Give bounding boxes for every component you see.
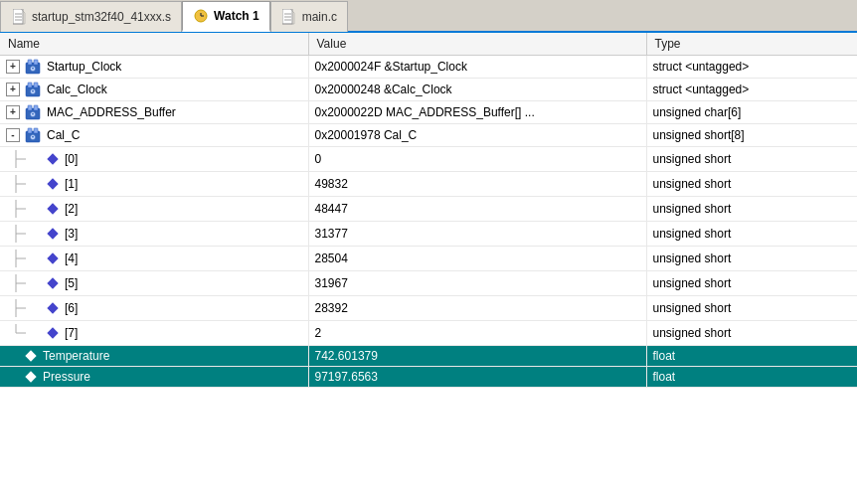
- variable-name: Temperature: [43, 349, 109, 363]
- watch-window[interactable]: Name Value Type + Startup_Clock0x2000024…: [0, 33, 857, 504]
- cell-name: [4]: [0, 247, 308, 271]
- diamond-icon: [47, 277, 59, 289]
- diamond-icon: [47, 153, 59, 165]
- tree-indent: [6, 225, 26, 243]
- cell-type: float: [646, 367, 857, 388]
- table-row[interactable]: [4]28504unsigned short: [0, 247, 857, 271]
- tab-tab-watch1[interactable]: Watch 1: [182, 1, 270, 32]
- expand-button[interactable]: +: [6, 83, 20, 96]
- table-row[interactable]: Pressure97197.6563float: [0, 367, 857, 388]
- diamond-icon: [47, 228, 59, 240]
- diamond-icon: [47, 228, 59, 240]
- file-icon: [11, 9, 27, 25]
- struct-icon: [25, 82, 41, 97]
- svg-rect-12: [28, 60, 32, 65]
- tab-label: Watch 1: [214, 9, 259, 23]
- cell-name: [5]: [0, 271, 308, 296]
- variable-name: MAC_ADDRESS_Buffer: [47, 105, 176, 119]
- cell-name: [1]: [0, 172, 308, 197]
- variable-name: [4]: [65, 252, 78, 265]
- cell-value: 0: [308, 147, 646, 172]
- table-row[interactable]: [0]0unsigned short: [0, 147, 857, 172]
- svg-rect-0: [13, 9, 23, 24]
- cell-name: + MAC_ADDRESS_Buffer: [0, 101, 308, 124]
- cell-name: [2]: [0, 197, 308, 222]
- cell-value: 97197.6563: [308, 367, 646, 388]
- tab-label: startup_stm32f40_41xxx.s: [32, 10, 171, 24]
- cell-type: struct <untagged>: [646, 56, 857, 79]
- variable-name: Pressure: [43, 370, 90, 384]
- cell-value: 49832: [308, 172, 646, 197]
- diamond-icon: [47, 203, 59, 215]
- table-row[interactable]: + MAC_ADDRESS_Buffer0x2000022D MAC_ADDRE…: [0, 101, 857, 124]
- expand-button[interactable]: +: [6, 105, 20, 119]
- table-row[interactable]: [2]48447unsigned short: [0, 197, 857, 222]
- svg-rect-17: [34, 83, 38, 87]
- variable-name: [0]: [65, 152, 78, 166]
- cell-value: 0x2000022D MAC_ADDRESS_Buffer[] ...: [308, 101, 646, 124]
- table-row[interactable]: - Cal_C0x20001978 Cal_Cunsigned short[8]: [0, 124, 857, 147]
- cell-type: unsigned short: [646, 296, 857, 321]
- table-row[interactable]: [7]2unsigned short: [0, 321, 857, 346]
- cell-type: unsigned short: [646, 321, 857, 346]
- cell-type: struct <untagged>: [646, 79, 857, 101]
- tab-tab-mainc[interactable]: main.c: [270, 1, 348, 32]
- cell-name: + Calc_Clock: [0, 79, 308, 101]
- diamond-icon: [47, 252, 59, 264]
- struct-icon: [25, 104, 41, 120]
- svg-rect-44: [47, 277, 58, 288]
- tree-indent: [6, 250, 26, 267]
- svg-rect-13: [34, 60, 38, 65]
- cell-name: + Startup_Clock: [0, 56, 308, 79]
- cell-name: [3]: [0, 222, 308, 247]
- app-window: startup_stm32f40_41xxx.s Watch 1 main.c …: [0, 0, 857, 504]
- cell-name: [7]: [0, 321, 308, 346]
- cell-value: 0x2000024F &Startup_Clock: [308, 56, 646, 79]
- cell-name: Temperature: [0, 346, 308, 367]
- svg-rect-20: [28, 105, 32, 110]
- cell-name: [0]: [0, 147, 308, 172]
- table-row[interactable]: + Calc_Clock0x20000248 &Calc_Clockstruct…: [0, 79, 857, 101]
- diamond-icon: [25, 350, 37, 362]
- variable-name: [5]: [65, 276, 78, 290]
- table-row[interactable]: [1]49832unsigned short: [0, 172, 857, 197]
- cell-name: [6]: [0, 296, 308, 321]
- table-row[interactable]: [5]31967unsigned short: [0, 271, 857, 296]
- variable-name: [7]: [65, 326, 78, 340]
- column-header-name: Name: [0, 33, 308, 56]
- svg-rect-47: [47, 302, 58, 313]
- column-header-type: Type: [646, 33, 857, 56]
- table-row[interactable]: Temperature742.601379float: [0, 346, 857, 367]
- cell-name: - Cal_C: [0, 124, 308, 147]
- variable-name: [2]: [65, 202, 78, 216]
- svg-rect-51: [25, 350, 36, 361]
- expand-button[interactable]: +: [6, 60, 20, 74]
- cell-type: unsigned short: [646, 147, 857, 172]
- table-row[interactable]: [6]28392unsigned short: [0, 296, 857, 321]
- variable-name: Cal_C: [47, 128, 80, 142]
- table-row[interactable]: + Startup_Clock0x2000024F &Startup_Clock…: [0, 56, 857, 79]
- cell-type: unsigned short: [646, 172, 857, 197]
- cell-value: 0x20001978 Cal_C: [308, 124, 646, 147]
- diamond-icon: [47, 178, 59, 190]
- cell-value: 0x20000248 &Calc_Clock: [308, 79, 646, 101]
- svg-rect-24: [28, 128, 32, 133]
- diamond-icon: [47, 327, 59, 339]
- cell-type: unsigned short: [646, 197, 857, 222]
- diamond-icon: [25, 350, 37, 362]
- tab-tab-startup[interactable]: startup_stm32f40_41xxx.s: [0, 1, 182, 32]
- diamond-icon: [47, 178, 59, 190]
- cell-type: unsigned char[6]: [646, 101, 857, 124]
- table-row[interactable]: [3]31377unsigned short: [0, 222, 857, 247]
- tree-indent: [6, 150, 26, 168]
- cell-type: unsigned short: [646, 271, 857, 296]
- svg-rect-29: [47, 153, 58, 164]
- struct-icon: [25, 127, 41, 143]
- tree-indent: [6, 324, 26, 342]
- cell-value: 2: [308, 321, 646, 346]
- file-icon: [281, 9, 297, 25]
- svg-rect-52: [25, 371, 36, 382]
- cell-value: 28504: [308, 247, 646, 271]
- collapse-button[interactable]: -: [6, 128, 20, 142]
- cell-type: unsigned short[8]: [646, 124, 857, 147]
